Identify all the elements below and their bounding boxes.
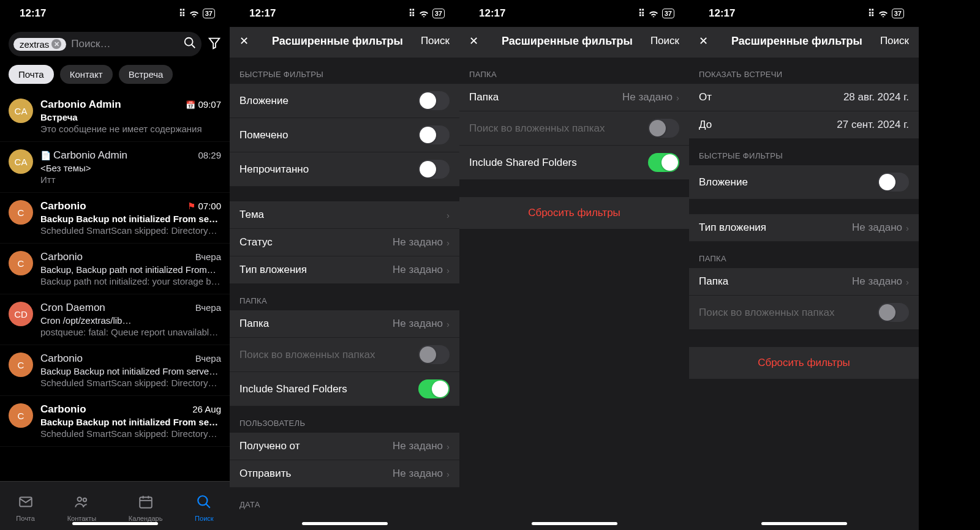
message-item[interactable]: CDCron DaemonВчераCron /opt/zextras/lib……: [0, 294, 230, 345]
message-preview: Backup path not initialized: your storag…: [40, 276, 221, 286]
home-indicator[interactable]: [761, 522, 847, 525]
row-folder[interactable]: ПапкаНе задано›: [459, 84, 689, 111]
status-bar: 12:17 ⠿37: [689, 0, 919, 27]
screen-filters-meetings: 12:17 ⠿37 ✕ Расширенные фильтры Поиск ПО…: [689, 0, 919, 530]
row-folder[interactable]: ПапкаНе задано›: [689, 268, 919, 296]
message-time: ⚑07:00: [187, 201, 221, 212]
category-meeting[interactable]: Встреча: [119, 65, 173, 84]
chip-clear-icon[interactable]: ✕: [51, 39, 61, 49]
message-item[interactable]: CCarbonio26 AugBackup Backup not initial…: [0, 396, 230, 447]
message-item[interactable]: CCarbonio⚑07:00Backup Backup not initial…: [0, 193, 230, 244]
message-subject: <Без темы>: [40, 163, 221, 173]
screen-filters-folder: 12:17 ⠿37 ✕ Расширенные фильтры Поиск ПА…: [459, 0, 689, 530]
search-action[interactable]: Поиск: [880, 35, 909, 47]
row-received-from[interactable]: Получено отНе задано›: [230, 433, 459, 460]
category-row: Почта Контакт Встреча: [0, 61, 230, 91]
folder-header: ПАПКА: [459, 58, 689, 84]
row-include-shared[interactable]: Include Shared Folders: [459, 146, 689, 180]
status-time: 12:17: [479, 7, 505, 20]
row-search-nested: Поиск во вложенных папках: [230, 338, 459, 372]
message-subject: Backup Backup not initialized From serve…: [40, 366, 221, 376]
message-time: 📅09:07: [186, 99, 221, 110]
category-contact[interactable]: Контакт: [60, 65, 113, 84]
filters-header: ✕ Расширенные фильтры Поиск: [689, 27, 919, 58]
search-action[interactable]: Поиск: [650, 35, 679, 47]
row-date-to[interactable]: До27 сент. 2024 г.: [689, 111, 919, 139]
message-preview: Scheduled SmartScan skipped: Directory…: [40, 378, 221, 388]
avatar: CD: [9, 302, 33, 326]
chevron-icon: ›: [447, 319, 450, 329]
message-subject: Cron /opt/zextras/lib…: [40, 315, 221, 326]
category-mail[interactable]: Почта: [9, 65, 54, 84]
row-attach-type[interactable]: Тип вложенияНе задано›: [230, 256, 459, 284]
tab-calendar[interactable]: Календарь: [129, 494, 163, 522]
message-subject: Backup Backup not initialized From serv…: [40, 417, 221, 427]
message-from: Carbonio: [40, 251, 83, 263]
svg-line-1: [192, 44, 195, 48]
message-time: 26 Aug: [192, 404, 221, 414]
message-preview: postqueue: fatal: Queue report unavailab…: [40, 327, 221, 337]
close-icon[interactable]: ✕: [469, 34, 484, 48]
chevron-icon: ›: [447, 441, 450, 452]
reset-filters[interactable]: Сбросить фильтры: [459, 197, 689, 229]
row-include-shared[interactable]: Include Shared Folders: [230, 372, 459, 406]
close-icon[interactable]: ✕: [699, 34, 714, 48]
tab-contacts[interactable]: Контакты: [67, 494, 97, 522]
toggle-unread[interactable]: [418, 160, 450, 179]
row-subject[interactable]: Тема›: [230, 201, 459, 229]
calendar-icon: [138, 494, 154, 513]
tab-search[interactable]: Поиск: [195, 494, 213, 522]
toggle-flagged[interactable]: [418, 125, 450, 144]
filter-icon[interactable]: [208, 36, 221, 53]
signal-icon: ⠿: [638, 8, 645, 19]
avatar: C: [9, 200, 33, 225]
row-attach-type[interactable]: Тип вложенияНе задано›: [689, 214, 919, 242]
row-search-nested: Поиск во вложенных папках: [459, 111, 689, 146]
row-date-from[interactable]: От28 авг. 2024 г.: [689, 84, 919, 111]
message-item[interactable]: CA📄Carbonio Admin08:29<Без темы>Итт: [0, 142, 230, 193]
svg-point-0: [185, 37, 193, 45]
message-subject: Backup, Backup path not initialized From…: [40, 264, 221, 275]
message-preview: Scheduled SmartScan skipped: Directory…: [40, 428, 221, 439]
battery-icon: 37: [892, 9, 904, 18]
status-bar: 12:17 ⠿37: [459, 0, 689, 27]
battery-icon: 37: [662, 9, 674, 18]
signal-icon: ⠿: [179, 8, 186, 19]
row-status[interactable]: СтатусНе задано›: [230, 229, 459, 256]
home-indicator[interactable]: [532, 522, 617, 525]
wifi-icon: [189, 9, 199, 19]
message-item[interactable]: CACarbonio Admin📅09:07ВстречаЭто сообщен…: [0, 91, 230, 142]
search-input[interactable]: zextras ✕ Поиск…: [9, 32, 202, 56]
quick-filters-header: БЫСТРЫЕ ФИЛЬТРЫ: [689, 139, 919, 165]
message-item[interactable]: CCarbonioВчераBackup Backup not initiali…: [0, 345, 230, 396]
reset-filters[interactable]: Сбросить фильтры: [689, 347, 919, 379]
row-attachment[interactable]: Вложение: [689, 165, 919, 200]
message-from: 📄Carbonio Admin: [40, 149, 127, 162]
status-time: 12:17: [249, 7, 276, 20]
toggle-attachment[interactable]: [418, 91, 450, 110]
search-icon[interactable]: [183, 36, 197, 53]
message-from: Carbonio: [40, 353, 83, 365]
message-item[interactable]: CCarbonioВчераBackup, Backup path not in…: [0, 244, 230, 294]
close-icon[interactable]: ✕: [239, 34, 254, 48]
message-time: 08:29: [198, 150, 221, 160]
show-meetings-header: ПОКАЗАТЬ ВСТРЕЧИ: [689, 58, 919, 84]
row-unread[interactable]: Непрочитанно: [230, 152, 459, 187]
row-send[interactable]: ОтправитьНе задано›: [230, 460, 459, 488]
row-search-nested: Поиск во вложенных папках: [689, 296, 919, 330]
toggle-attachment[interactable]: [878, 173, 909, 192]
avatar: C: [9, 251, 33, 275]
home-indicator[interactable]: [72, 522, 158, 525]
row-folder[interactable]: ПапкаНе задано›: [230, 310, 459, 338]
row-attachment[interactable]: Вложение: [230, 84, 459, 118]
chevron-icon: ›: [447, 265, 450, 275]
search-action[interactable]: Поиск: [421, 35, 450, 47]
toggle-shared[interactable]: [418, 379, 450, 398]
home-indicator[interactable]: [302, 522, 388, 525]
status-bar: 12:17 ⠿37: [230, 0, 459, 27]
search-placeholder: Поиск…: [71, 38, 178, 50]
row-flagged[interactable]: Помечено: [230, 118, 459, 152]
search-chip[interactable]: zextras ✕: [13, 38, 66, 51]
tab-mail[interactable]: Почта: [16, 494, 35, 522]
toggle-shared[interactable]: [648, 153, 679, 172]
